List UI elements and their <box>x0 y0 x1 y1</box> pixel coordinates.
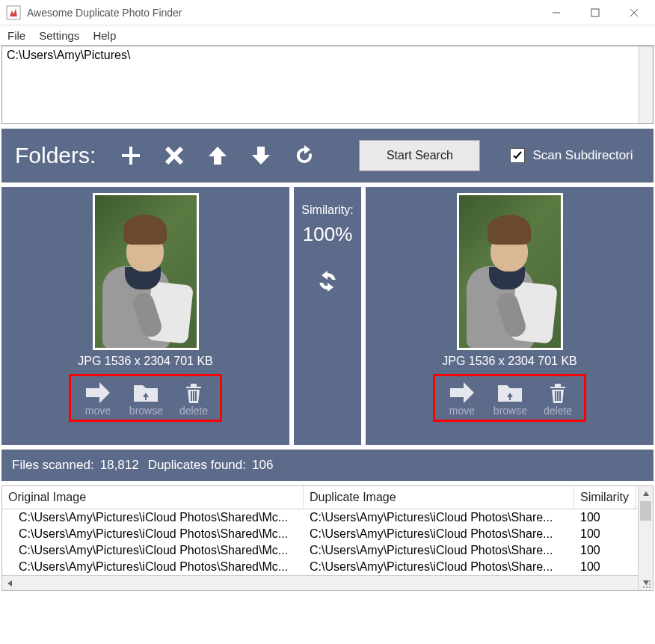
svg-point-13 <box>649 586 651 588</box>
col-original[interactable]: Original Image <box>2 486 304 509</box>
table-header: Original Image Duplicate Image Similarit… <box>2 486 653 509</box>
table-row[interactable]: C:\Users\Amy\Pictures\iCloud Photos\Shar… <box>2 509 653 526</box>
duplicate-preview-panel: JPG 1536 x 2304 701 KB move browse delet… <box>366 187 654 445</box>
cell-original: C:\Users\Amy\Pictures\iCloud Photos\Shar… <box>2 526 304 542</box>
status-bar: Files scanned: 18,812 Duplicates found: … <box>1 450 654 481</box>
refresh-button[interactable] <box>287 138 322 173</box>
add-folder-button[interactable] <box>114 138 148 173</box>
table-row[interactable]: C:\Users\Amy\Pictures\iCloud Photos\Shar… <box>2 559 653 575</box>
move-label: move <box>85 405 111 417</box>
scroll-left-icon[interactable] <box>2 576 17 590</box>
duplicate-browse-button[interactable]: browse <box>493 381 527 417</box>
cell-duplicate: C:\Users\Amy\Pictures\iCloud Photos\Shar… <box>304 526 574 542</box>
similarity-label: Similarity: <box>301 203 353 217</box>
horizontal-scrollbar[interactable] <box>2 575 653 590</box>
svg-point-11 <box>643 586 645 588</box>
scan-subdirectories-label: Scan Subdirectori <box>532 148 633 163</box>
svg-rect-5 <box>191 391 192 401</box>
folder-path-item[interactable]: C:\Users\Amy\Pictures\ <box>7 49 130 61</box>
svg-point-15 <box>649 583 651 585</box>
original-thumbnail[interactable] <box>93 193 199 350</box>
duplicate-thumbnail[interactable] <box>457 193 563 350</box>
menu-help[interactable]: Help <box>93 29 116 42</box>
original-move-button[interactable]: move <box>83 381 113 417</box>
svg-rect-10 <box>559 391 561 401</box>
duplicates-found-value: 106 <box>252 458 273 473</box>
files-scanned-value: 18,812 <box>100 458 139 473</box>
cell-similarity: 100 <box>574 542 627 559</box>
original-meta: JPG 1536 x 2304 701 KB <box>78 355 213 368</box>
cell-similarity: 100 <box>574 509 627 526</box>
app-icon <box>4 4 22 22</box>
minimize-button[interactable] <box>537 0 576 25</box>
titlebar: Awesome Duplicate Photo Finder <box>0 0 655 25</box>
folders-label: Folders: <box>15 143 96 168</box>
sync-icon <box>315 269 340 297</box>
cell-duplicate: C:\Users\Amy\Pictures\iCloud Photos\Shar… <box>304 559 574 575</box>
delete-label: delete <box>179 405 208 417</box>
svg-rect-2 <box>591 9 599 16</box>
svg-rect-6 <box>193 391 194 401</box>
original-delete-button[interactable]: delete <box>179 381 208 417</box>
svg-rect-8 <box>555 391 556 401</box>
move-up-button[interactable] <box>200 138 235 173</box>
table-row[interactable]: C:\Users\Amy\Pictures\iCloud Photos\Shar… <box>2 526 653 542</box>
svg-point-16 <box>649 580 651 582</box>
table-row[interactable]: C:\Users\Amy\Pictures\iCloud Photos\Shar… <box>2 542 653 559</box>
svg-point-12 <box>646 586 648 588</box>
menu-file[interactable]: File <box>7 29 25 42</box>
cell-original: C:\Users\Amy\Pictures\iCloud Photos\Shar… <box>2 509 304 526</box>
svg-point-14 <box>646 583 648 585</box>
files-scanned-label: Files scanned: <box>12 458 94 473</box>
cell-duplicate: C:\Users\Amy\Pictures\iCloud Photos\Shar… <box>304 542 574 559</box>
cell-original: C:\Users\Amy\Pictures\iCloud Photos\Shar… <box>2 542 304 559</box>
folder-path-list[interactable]: C:\Users\Amy\Pictures\ <box>1 46 654 124</box>
scan-subdirectories-checkbox[interactable] <box>510 148 525 163</box>
browse-label: browse <box>493 405 527 417</box>
cell-similarity: 100 <box>574 526 627 542</box>
menu-settings[interactable]: Settings <box>39 29 79 42</box>
svg-rect-9 <box>557 391 559 401</box>
move-down-button[interactable] <box>244 138 278 173</box>
original-browse-button[interactable]: browse <box>129 381 163 417</box>
duplicate-actions-highlight: move browse delete <box>433 374 586 422</box>
cell-original: C:\Users\Amy\Pictures\iCloud Photos\Shar… <box>2 559 304 575</box>
scroll-up-icon[interactable] <box>639 486 653 501</box>
menubar: File Settings Help <box>0 25 655 46</box>
results-table: Original Image Duplicate Image Similarit… <box>1 485 654 591</box>
remove-folder-button[interactable] <box>157 138 191 173</box>
similarity-panel: Similarity: 100% <box>294 187 361 445</box>
cell-similarity: 100 <box>574 559 627 575</box>
browse-label: browse <box>129 405 163 417</box>
duplicate-move-button[interactable]: move <box>447 381 477 417</box>
preview-row: JPG 1536 x 2304 701 KB move browse delet… <box>1 187 654 445</box>
original-actions-highlight: move browse delete <box>69 374 222 422</box>
duplicates-found-label: Duplicates found: <box>148 458 246 473</box>
maximize-button[interactable] <box>576 0 615 25</box>
duplicate-meta: JPG 1536 x 2304 701 KB <box>442 355 577 368</box>
svg-rect-7 <box>195 391 197 401</box>
move-label: move <box>449 405 475 417</box>
similarity-value: 100% <box>303 223 353 246</box>
cell-duplicate: C:\Users\Amy\Pictures\iCloud Photos\Shar… <box>304 509 574 526</box>
window-title: Awesome Duplicate Photo Finder <box>27 7 537 19</box>
col-similarity[interactable]: Similarity <box>574 486 636 509</box>
close-button[interactable] <box>615 0 654 25</box>
scrollbar-thumb[interactable] <box>640 501 651 521</box>
col-duplicate[interactable]: Duplicate Image <box>304 486 574 509</box>
delete-label: delete <box>544 405 572 417</box>
original-preview-panel: JPG 1536 x 2304 701 KB move browse delet… <box>1 187 289 445</box>
svg-rect-0 <box>7 6 20 19</box>
duplicate-delete-button[interactable]: delete <box>544 381 572 417</box>
folders-toolbar: Folders: Start Search Scan Subdirectori <box>1 129 654 183</box>
start-search-button[interactable]: Start Search <box>359 140 480 171</box>
resize-grip-icon[interactable] <box>638 575 653 590</box>
